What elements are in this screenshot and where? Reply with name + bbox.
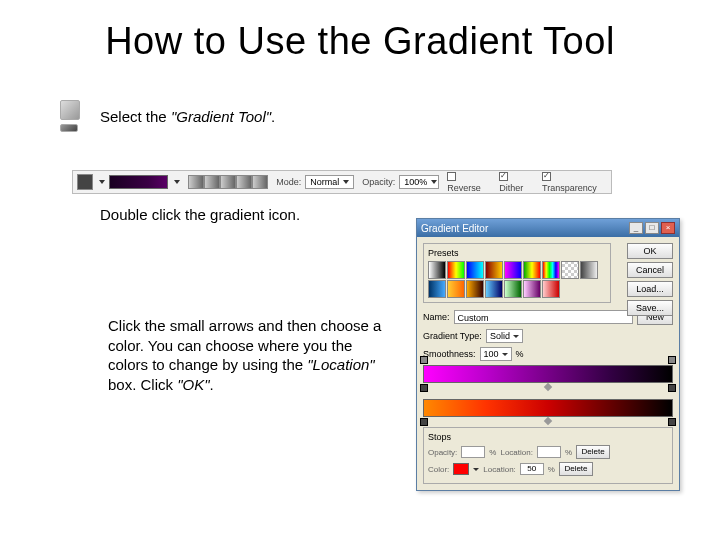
step-1-prefix: Select the: [100, 108, 171, 125]
preset-swatch[interactable]: [523, 261, 541, 279]
chevron-down-icon: [502, 353, 508, 356]
color-label: Color:: [428, 465, 449, 474]
step-1: Select the "Gradient Tool".: [60, 100, 275, 132]
dialog-side-buttons: OK Cancel Load... Save...: [627, 243, 673, 316]
mode-label: Mode:: [276, 177, 301, 187]
mode-value: Normal: [310, 177, 339, 187]
chevron-down-icon: [431, 180, 437, 184]
preset-swatch[interactable]: [466, 261, 484, 279]
name-label: Name:: [423, 312, 450, 322]
reverse-option[interactable]: Reverse: [447, 172, 491, 193]
location-input-1[interactable]: [537, 446, 561, 458]
preset-swatch[interactable]: [504, 261, 522, 279]
step-2-text: Double click the gradient icon.: [100, 206, 300, 223]
tool-icon-secondary: [60, 124, 78, 132]
gradient-tool-icon: [60, 100, 80, 120]
opacity-dropdown[interactable]: 100%: [399, 175, 439, 189]
color-dropdown-icon[interactable]: [473, 468, 479, 471]
preset-swatch[interactable]: [485, 280, 503, 298]
angle-gradient-button[interactable]: [220, 175, 236, 189]
smoothness-row: Smoothness: 100 %: [423, 347, 673, 361]
color-stop[interactable]: [668, 384, 676, 392]
mode-dropdown[interactable]: Normal: [305, 175, 354, 189]
presets-panel: Presets: [423, 243, 611, 303]
midpoint-marker[interactable]: [544, 417, 552, 425]
cancel-button[interactable]: Cancel: [627, 262, 673, 278]
opacity-input[interactable]: [461, 446, 485, 458]
step-1-text: Select the "Gradient Tool".: [100, 108, 275, 125]
location-label-1: Location:: [500, 448, 532, 457]
opacity-label: Opacity:: [428, 448, 457, 457]
step-3-t3: .: [210, 376, 214, 393]
preset-swatch[interactable]: [466, 280, 484, 298]
preset-swatch[interactable]: [580, 261, 598, 279]
step-3-t2: box. Click: [108, 376, 177, 393]
dialog-titlebar[interactable]: Gradient Editor _ □ ×: [417, 219, 679, 237]
maximize-button[interactable]: □: [645, 222, 659, 234]
preset-swatch[interactable]: [428, 280, 446, 298]
smoothness-input[interactable]: 100: [480, 347, 512, 361]
color-stop[interactable]: [420, 384, 428, 392]
preset-swatch[interactable]: [542, 261, 560, 279]
reflected-gradient-button[interactable]: [236, 175, 252, 189]
presets-label: Presets: [428, 248, 606, 258]
reverse-checkbox[interactable]: [447, 172, 456, 181]
type-dropdown[interactable]: Solid: [486, 329, 523, 343]
transparency-option[interactable]: Transparency: [542, 172, 607, 193]
close-button[interactable]: ×: [661, 222, 675, 234]
step-1-suffix: .: [271, 108, 275, 125]
preset-swatch[interactable]: [428, 261, 446, 279]
toolbar-icons: [60, 100, 80, 132]
swatch-dropdown-icon[interactable]: [99, 180, 105, 184]
opacity-stop[interactable]: [420, 356, 428, 364]
foreground-swatch[interactable]: [77, 174, 93, 190]
location-label-2: Location:: [483, 465, 515, 474]
options-bar: Mode: Normal Opacity: 100% Reverse Dithe…: [72, 170, 612, 194]
linear-gradient-button[interactable]: [188, 175, 204, 189]
preset-swatch[interactable]: [485, 261, 503, 279]
dither-option[interactable]: Dither: [499, 172, 534, 193]
save-button[interactable]: Save...: [627, 300, 673, 316]
chevron-down-icon: [513, 335, 519, 338]
pct-2: %: [565, 448, 572, 457]
gradient-bar-main[interactable]: [423, 365, 673, 383]
color-stop[interactable]: [668, 418, 676, 426]
opacity-stop[interactable]: [668, 356, 676, 364]
smoothness-value: 100: [484, 348, 499, 360]
preset-swatch[interactable]: [523, 280, 541, 298]
preset-swatch[interactable]: [542, 280, 560, 298]
diamond-gradient-button[interactable]: [252, 175, 268, 189]
name-input[interactable]: Custom: [454, 310, 633, 324]
opacity-value: 100%: [404, 177, 427, 187]
stops-panel: Stops Opacity: % Location: % Delete Colo…: [423, 427, 673, 484]
smoothness-label: Smoothness:: [423, 349, 476, 359]
chevron-down-icon: [343, 180, 349, 184]
page-title: How to Use the Gradient Tool: [0, 20, 720, 63]
preset-swatch[interactable]: [447, 261, 465, 279]
minimize-button[interactable]: _: [629, 222, 643, 234]
ok-button[interactable]: OK: [627, 243, 673, 259]
reverse-label: Reverse: [447, 183, 481, 193]
color-swatch[interactable]: [453, 463, 469, 475]
preset-swatch[interactable]: [561, 261, 579, 279]
location-input-2[interactable]: 50: [520, 463, 544, 475]
transparency-checkbox[interactable]: [542, 172, 551, 181]
load-button[interactable]: Load...: [627, 281, 673, 297]
percent-label: %: [516, 349, 524, 359]
delete-color-stop-button[interactable]: Delete: [559, 462, 593, 476]
gradient-preview[interactable]: [109, 175, 168, 189]
transparency-label: Transparency: [542, 183, 597, 193]
dither-checkbox[interactable]: [499, 172, 508, 181]
gradient-dropdown-icon[interactable]: [174, 180, 180, 184]
preset-swatch[interactable]: [504, 280, 522, 298]
gradient-type-buttons: [188, 175, 268, 189]
radial-gradient-button[interactable]: [204, 175, 220, 189]
dither-label: Dither: [499, 183, 523, 193]
delete-opacity-stop-button[interactable]: Delete: [576, 445, 610, 459]
gradient-bar-secondary[interactable]: [423, 399, 673, 417]
type-label: Gradient Type:: [423, 331, 482, 341]
color-stop[interactable]: [420, 418, 428, 426]
preset-swatch[interactable]: [447, 280, 465, 298]
step-3-loc: "Location": [307, 356, 374, 373]
step-3-text: Click the small arrows and then choose a…: [108, 316, 388, 394]
